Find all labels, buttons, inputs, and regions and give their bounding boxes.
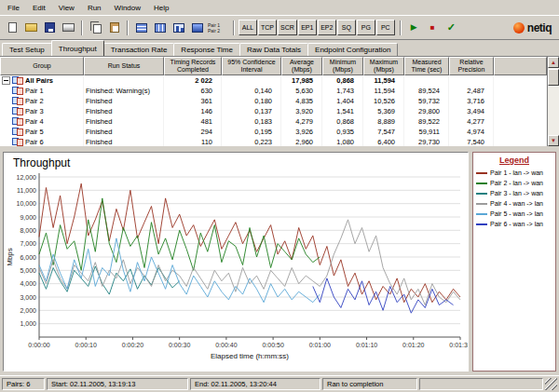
- legend-label: Pair 3 - lan -> wan: [490, 190, 543, 196]
- run-test-button[interactable]: ▶: [405, 19, 423, 36]
- chart-title: Throughput: [4, 153, 468, 169]
- table-row[interactable]: Pair 4 Finished 481 0,183 4,279 0,868 8,…: [0, 116, 547, 127]
- view-tab[interactable]: Raw Data Totals: [239, 43, 308, 56]
- maximum-cell: 11,594: [363, 86, 404, 96]
- column-header[interactable]: Maximum (Mbps): [363, 57, 404, 75]
- svg-text:6,000: 6,000: [20, 254, 36, 261]
- pair-columns-icon: [155, 23, 166, 33]
- stop-test-button[interactable]: ■: [424, 19, 442, 36]
- table-scrollbar[interactable]: ▲ ▼: [547, 57, 559, 146]
- view-filter-button[interactable]: TCP: [258, 20, 277, 35]
- legend-item: Pair 2 - lan -> wan: [473, 178, 555, 188]
- scrollbar-track[interactable]: [548, 87, 559, 135]
- svg-text:2,000: 2,000: [20, 307, 36, 314]
- application-window: { "menu": { "items": ["File", "Edit", "V…: [0, 0, 559, 392]
- minimum-cell: 0,868: [322, 116, 363, 127]
- console-view-button[interactable]: [188, 19, 206, 36]
- records-cell: 294: [164, 127, 222, 137]
- verify-button[interactable]: ✓: [443, 19, 460, 36]
- column-header[interactable]: Measured Time (sec): [404, 57, 449, 75]
- time-cell: 89,522: [404, 116, 449, 127]
- toolbar-separator: [81, 20, 83, 35]
- view-tab[interactable]: Endpoint Configuration: [307, 43, 398, 56]
- precision-cell: [449, 75, 494, 86]
- legend-item: Pair 5 - wan -> lan: [473, 209, 555, 219]
- column-header[interactable]: Relative Precision: [449, 57, 494, 75]
- print-button[interactable]: [60, 19, 77, 36]
- view-tab[interactable]: Test Setup: [2, 43, 52, 56]
- average-cell: 4,835: [281, 96, 322, 106]
- column-header[interactable]: Timing Records Completed: [164, 57, 222, 75]
- average-cell: 2,960: [281, 137, 322, 146]
- view-filter-button[interactable]: PC: [376, 20, 395, 35]
- precision-cell: 3,716: [449, 96, 494, 106]
- time-cell: [404, 75, 449, 86]
- view-filter-button[interactable]: SQ: [337, 20, 356, 35]
- legend-label: Pair 2 - lan -> wan: [490, 180, 543, 186]
- view-tab[interactable]: Transaction Rate: [103, 43, 175, 56]
- precision-cell: 4,974: [449, 127, 494, 137]
- minimum-cell: 1,404: [322, 96, 363, 106]
- table-row[interactable]: Pair 2 Finished 361 0,180 4,835 1,404 10…: [0, 96, 547, 106]
- group-cell: Pair 6: [0, 137, 84, 146]
- column-header[interactable]: Average (Mbps): [281, 57, 322, 75]
- view-filter-button[interactable]: EP2: [318, 20, 336, 35]
- status-cell: Finished: Warning(s): [84, 86, 164, 96]
- copy-button[interactable]: [87, 19, 104, 36]
- menu-item[interactable]: Edit: [27, 2, 53, 14]
- netiq-logo-text: netiq: [527, 21, 552, 34]
- pair-names-button[interactable]: Pair 1 Pair 2: [207, 19, 229, 36]
- group-view-button[interactable]: [170, 19, 187, 36]
- table-row[interactable]: Pair 5 Finished 294 0,195 3,926 0,935 7,…: [0, 127, 547, 137]
- menu-item[interactable]: View: [53, 2, 82, 14]
- svg-text:1,000: 1,000: [20, 320, 36, 327]
- svg-text:0:00:30: 0:00:30: [169, 342, 190, 348]
- svg-text:0:00:40: 0:00:40: [215, 342, 237, 348]
- collapse-expander-icon[interactable]: [2, 76, 10, 85]
- view-filter-button[interactable]: ALL: [239, 20, 257, 35]
- resize-grip[interactable]: [545, 378, 557, 390]
- save-test-button[interactable]: [41, 19, 59, 36]
- column-header[interactable]: Minimum (Mbps): [322, 57, 363, 75]
- column-header[interactable]: Run Status: [84, 57, 164, 75]
- group-label: Pair 2: [25, 96, 44, 106]
- group-cell: All Pairs: [0, 75, 84, 86]
- records-cell: 361: [164, 96, 222, 106]
- menu-item[interactable]: Help: [148, 2, 176, 14]
- view-tab[interactable]: Throughput: [51, 40, 104, 56]
- new-test-button[interactable]: [4, 19, 21, 36]
- results-table: GroupRun StatusTiming Records Completed9…: [0, 56, 559, 146]
- average-cell: 4,279: [281, 116, 322, 127]
- svg-text:0:01:20: 0:01:20: [402, 342, 424, 348]
- menu-item[interactable]: Run: [82, 2, 109, 14]
- add-pair-button[interactable]: [132, 19, 150, 36]
- filler-cell: [494, 96, 547, 106]
- legend-items: Pair 1 - lan -> wan Pair 2 - lan -> wan …: [473, 168, 555, 229]
- run-icon: ▶: [411, 23, 417, 32]
- menu-item[interactable]: File: [2, 2, 27, 14]
- view-filter-button[interactable]: EP1: [298, 20, 317, 35]
- paste-button[interactable]: [105, 19, 123, 36]
- column-header[interactable]: Group: [0, 57, 84, 75]
- svg-text:11,000: 11,000: [17, 187, 36, 194]
- edit-pair-button[interactable]: [151, 19, 169, 36]
- scroll-up-icon[interactable]: ▲: [548, 57, 559, 68]
- scroll-down-icon[interactable]: ▼: [548, 135, 559, 146]
- scrollbar-thumb[interactable]: [548, 69, 559, 86]
- status-cell: Finished: [84, 127, 164, 137]
- legend-panel: Legend Pair 1 - lan -> wan Pair 2 - lan …: [472, 152, 556, 372]
- table-row[interactable]: Pair 1 Finished: Warning(s) 630 0,140 5,…: [0, 86, 547, 96]
- menu-bar: FileEditViewRunWindowHelp: [0, 0, 559, 16]
- toolbar: Pair 1 Pair 2 ALLTCPSCREP1EP2SQPGPC ▶ ■ …: [0, 16, 559, 40]
- open-test-button[interactable]: [22, 19, 40, 36]
- view-tab[interactable]: Response Time: [173, 43, 240, 56]
- minimum-cell: 1,541: [322, 106, 363, 116]
- view-filter-button[interactable]: SCR: [278, 20, 297, 35]
- view-filter-button[interactable]: PG: [357, 20, 375, 35]
- menu-item[interactable]: Window: [109, 2, 148, 14]
- group-cell: Pair 2: [0, 96, 84, 106]
- table-row[interactable]: Pair 6 Finished 110 0,223 2,960 1,080 6,…: [0, 137, 547, 146]
- table-row-all-pairs[interactable]: All Pairs 2 022 17,985 0,868 11,594: [0, 75, 547, 86]
- column-header[interactable]: 95% Confidence Interval: [222, 57, 281, 75]
- table-row[interactable]: Pair 3 Finished 146 0,137 3,920 1,541 5,…: [0, 106, 547, 116]
